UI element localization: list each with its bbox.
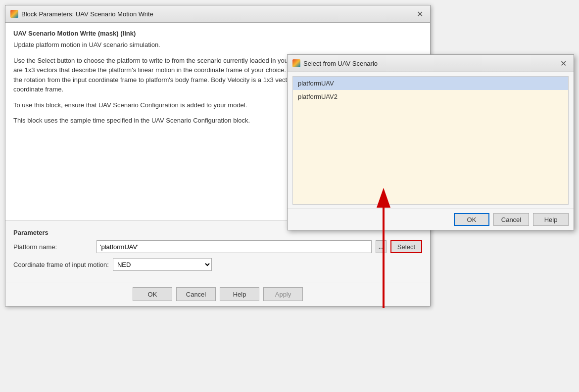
- main-cancel-button[interactable]: Cancel: [176, 287, 216, 301]
- titlebar-left: Block Parameters: UAV Scenario Motion Wr…: [10, 10, 153, 18]
- dialog-heading: UAV Scenario Motion Write (mask) (link): [13, 30, 422, 37]
- main-dialog-footer: OK Cancel Help Apply: [5, 282, 430, 306]
- platform-row: Platform name: ... Select: [13, 240, 422, 253]
- uav-titlebar[interactable]: Select from UAV Scenario ✕: [288, 55, 574, 72]
- select-button[interactable]: Select: [390, 240, 422, 253]
- main-titlebar[interactable]: Block Parameters: UAV Scenario Motion Wr…: [5, 5, 430, 23]
- matlab-icon: [10, 10, 18, 18]
- uav-dialog-footer: OK Cancel Help: [288, 209, 574, 230]
- uav-ok-button[interactable]: OK: [454, 213, 489, 226]
- uav-matlab-icon: [292, 59, 300, 67]
- uav-close-button[interactable]: ✕: [558, 58, 569, 69]
- uav-dialog-title: Select from UAV Scenario: [303, 60, 378, 67]
- platform-input[interactable]: [96, 240, 372, 253]
- uav-list-item-platformuav2[interactable]: platformUAV2: [293, 90, 568, 103]
- uav-list-item-platformuav[interactable]: platformUAV: [293, 77, 568, 90]
- uav-list-area: platformUAV platformUAV2: [292, 76, 569, 205]
- coord-select[interactable]: NED ENU Body: [113, 258, 212, 271]
- platform-dots-button[interactable]: ...: [376, 240, 386, 253]
- platform-label: Platform name:: [13, 243, 93, 251]
- uav-dialog: Select from UAV Scenario ✕ platformUAV p…: [287, 54, 574, 230]
- dialog-desc1: Update platform motion in UAV scenario s…: [13, 40, 422, 50]
- main-apply-button[interactable]: Apply: [263, 287, 303, 301]
- coord-row: Coordinate frame of input motion: NED EN…: [13, 258, 422, 271]
- main-close-button[interactable]: ✕: [414, 8, 425, 19]
- uav-help-button[interactable]: Help: [533, 213, 569, 226]
- uav-titlebar-left: Select from UAV Scenario: [292, 59, 378, 67]
- main-dialog-title: Block Parameters: UAV Scenario Motion Wr…: [21, 10, 153, 18]
- main-help-button[interactable]: Help: [220, 287, 259, 301]
- main-ok-button[interactable]: OK: [133, 287, 172, 301]
- uav-cancel-button[interactable]: Cancel: [493, 213, 529, 226]
- coord-label: Coordinate frame of input motion:: [13, 261, 109, 268]
